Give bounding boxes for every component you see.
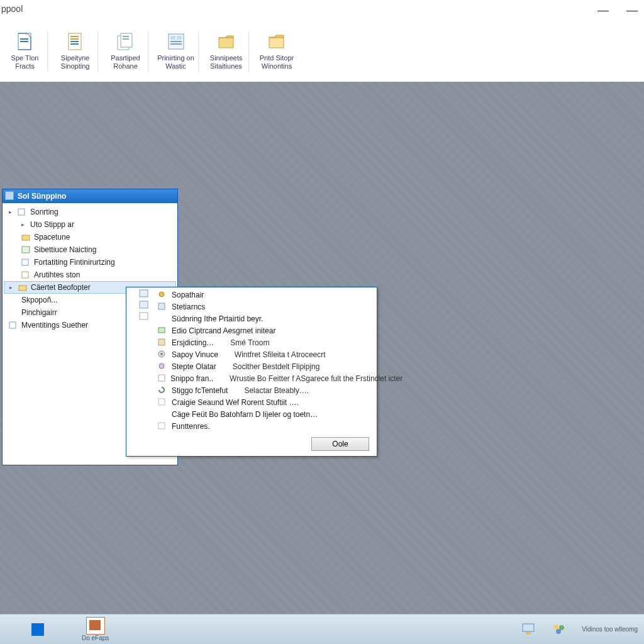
context-menu-item[interactable]: Stiggo fcTentefut Selactar Bteably…. [126,384,377,396]
tray-monitor-icon[interactable] [521,623,536,636]
svg-point-35 [159,364,164,369]
maximize-button[interactable]: — [626,4,638,17]
tree-label: Spacetune [34,233,70,242]
panel-titlebar[interactable]: Sol Sünppino [3,189,177,203]
svg-point-34 [160,353,163,355]
expander-icon[interactable]: ▸ [9,284,14,291]
tree-label: Fortatiting Fintinirurtzing [34,258,115,267]
tree-label: Arutihtes ston [34,270,80,279]
context-menu-item[interactable]: Funttenres. [126,420,377,432]
tree-item[interactable]: Fortatiting Fintinirurtzing [4,256,176,269]
start-button[interactable] [31,623,44,636]
page-icon [18,208,26,216]
taskbar: Do eFaps Vidinos too wlleomg [0,614,644,644]
toolbar-item-5[interactable]: Pntd Sitopr Winontins [254,31,299,72]
svg-rect-9 [121,33,132,47]
action-icon [158,291,167,299]
tree-item[interactable]: Sibettiuce Naicting [4,243,176,256]
context-menu-label: Cäge Feüt Bo Batohfarn D Iijeler og toet… [172,410,318,419]
svg-rect-6 [70,41,79,42]
svg-rect-16 [170,43,182,45]
context-menu-item[interactable]: Südnring Ithe Prtairtid beyr. [126,313,377,325]
toolbar-item-4[interactable]: Sinnipeets Sitaitiunes [204,31,249,72]
svg-rect-20 [22,235,30,240]
context-menu-item[interactable]: Sapoy Vinuce Wintfret Sfileita t Atrocee… [126,348,377,360]
svg-rect-28 [140,313,148,319]
tree-label: Uto Stippp ar [30,220,74,229]
toolbar-label: Sinnipeets [210,54,242,62]
tree-label: Pinchigairr [21,308,57,317]
toolbar-label: Sipeityne [61,54,89,62]
context-menu-iconbar [128,289,154,323]
tree-item[interactable]: Spacetune [4,231,176,243]
tool-icon[interactable] [139,289,150,299]
folder-icon [21,233,30,241]
form-page-icon [166,31,186,52]
context-menu-item[interactable]: Craigie Seaund Wef Rorent Stuftiit …. [126,396,377,408]
context-menu-item[interactable]: Ersjdicting… Smé Troom [126,336,377,348]
ok-button[interactable]: Oole [311,437,369,451]
svg-point-41 [553,625,558,630]
toolbar-item-3[interactable]: Prinirting on Wastic [153,31,199,72]
app-title: ppool [1,4,23,14]
context-menu-footer: Oole [126,432,377,451]
svg-rect-10 [123,36,129,37]
minimize-button[interactable]: — [597,4,609,17]
context-menu-shortcut: Wrustie Bo Feitter f ASgarece fult the F… [230,374,402,383]
toolbar-label: Wastic [165,62,186,70]
tree-label: Sibettiuce Naicting [34,245,96,254]
toolbar-item-2[interactable]: Pasrtiped Rohane [103,31,148,72]
svg-rect-39 [523,624,534,631]
tool-icon[interactable] [139,312,150,322]
panel-title-text: Sol Sünppino [18,192,66,201]
toolbar-label: Rohane [113,62,138,70]
svg-rect-25 [9,322,16,328]
context-menu-shortcut: Wintfret Sfileita t Atroceecrt [235,350,326,359]
context-menu-item[interactable]: Edio Ciptrcand Aesgrnet initear [126,325,377,336]
tool-icon[interactable] [139,301,150,311]
svg-rect-4 [70,36,79,37]
context-menu-item[interactable]: Stetiarncs [126,301,377,313]
toolbar-item-1[interactable]: Sipeityne Sinopting [53,31,98,72]
svg-rect-2 [20,41,28,42]
tray-users-icon[interactable] [552,623,567,636]
expander-icon[interactable]: ▸ [21,221,26,228]
context-menu-label: Edio Ciptrcand Aesgrnet initear [172,326,275,335]
context-menu-item[interactable]: Snippo fran.. Wrustie Bo Feitter f ASgar… [126,372,377,384]
action-icon [158,398,167,407]
toolbar-label: Fracts [15,62,35,70]
svg-rect-14 [177,36,182,40]
svg-rect-7 [70,43,79,45]
svg-rect-36 [158,375,165,381]
context-menu-item[interactable]: Sopathair [126,289,377,301]
context-menu-shortcut: Smé Troom [230,338,269,347]
svg-rect-18 [269,38,284,48]
toolbar-label: Spe Tlon [11,54,39,62]
toolbar-label: Winontins [262,62,292,70]
list-icon [21,246,30,253]
tree-item[interactable]: Arutihtes ston [4,269,176,281]
svg-rect-19 [18,209,25,215]
context-menu-item[interactable]: Cäge Feüt Bo Batohfarn D Iijeler og toet… [126,408,377,420]
tree-item[interactable]: ▸ Uto Stippp ar [4,218,176,231]
svg-rect-1 [20,38,28,40]
svg-point-29 [159,292,164,297]
toolbar-item-0[interactable]: Spe Tlon Fracts [3,31,48,72]
page-icon [21,271,30,279]
expander-icon[interactable]: ▸ [9,209,14,215]
tree-item[interactable]: ▸ Sonrting [4,206,176,218]
svg-rect-17 [219,38,233,48]
taskbar-item[interactable]: Do eFaps [82,617,109,641]
context-menu-item[interactable]: Stepte Olatar Soclther Bestdelt Flipipjn… [126,360,377,372]
action-icon [158,326,167,335]
context-menu-label: Sopathair [172,291,204,299]
toolbar: Spe Tlon Fracts Sipeityne Sinopting Pasr… [0,31,299,72]
svg-point-43 [556,629,561,634]
context-menu-label: Craigie Seaund Wef Rorent Stuftiit …. [172,398,299,407]
svg-rect-26 [140,290,148,297]
action-icon [158,303,167,311]
context-menu-label: Snippo fran.. [170,374,213,383]
svg-rect-11 [123,38,129,40]
context-menu-shortcut: Selactar Bteably…. [244,386,309,395]
svg-rect-37 [158,399,165,405]
